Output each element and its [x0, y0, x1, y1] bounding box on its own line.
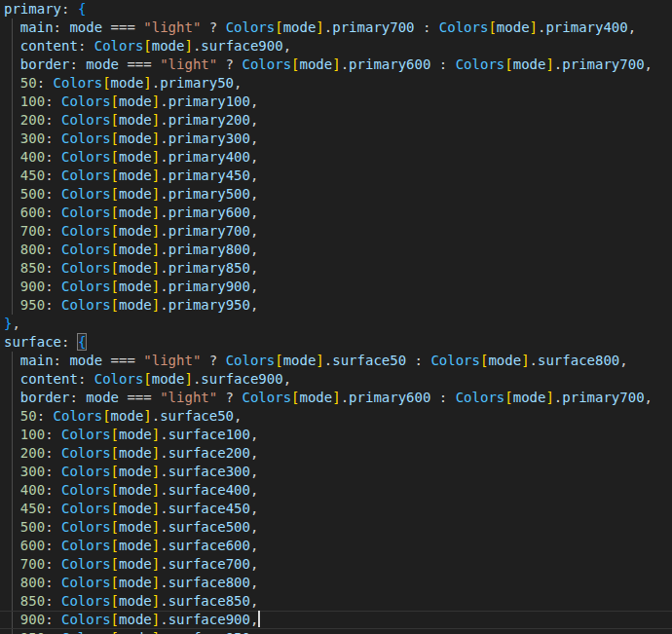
code-token: mode — [119, 149, 152, 165]
code-token: mode — [119, 297, 152, 313]
code-token: [ — [111, 593, 119, 609]
code-token: . — [160, 93, 168, 109]
code-line[interactable]: content: Colors[mode].surface900, — [0, 37, 672, 56]
code-token: primary500 — [168, 186, 250, 202]
code-token: surface700 — [168, 556, 250, 572]
code-line[interactable]: 600: Colors[mode].primary600, — [0, 204, 672, 222]
code-line[interactable]: 600: Colors[mode].surface600, — [0, 537, 672, 555]
code-line[interactable]: 50: Colors[mode].primary50, — [0, 74, 672, 93]
code-token: : — [45, 242, 61, 257]
code-token: . — [160, 630, 168, 634]
code-line[interactable]: 450: Colors[mode].primary450, — [0, 167, 672, 185]
code-token — [4, 501, 20, 516]
code-line[interactable]: 950: Colors[mode].surface950, — [0, 629, 672, 634]
code-token: mode — [111, 408, 144, 424]
code-token: Colors — [54, 75, 103, 91]
code-line[interactable]: border: mode === "light" ? Colors[mode].… — [0, 56, 672, 74]
code-token: ? — [201, 353, 225, 368]
code-token: Colors — [61, 501, 111, 516]
code-token: , — [283, 38, 291, 54]
code-token: : — [45, 112, 61, 128]
code-token: "light" — [160, 390, 217, 405]
code-token: Colors — [61, 427, 111, 442]
code-token: . — [160, 131, 168, 146]
code-line[interactable]: surface: { — [0, 333, 672, 352]
code-token: . — [160, 538, 168, 553]
code-token: Colors — [61, 186, 111, 202]
code-token: primary700 — [168, 223, 250, 239]
code-token: : — [45, 149, 61, 165]
code-line[interactable]: 400: Colors[mode].surface400, — [0, 481, 672, 500]
code-token: 500 — [20, 186, 45, 202]
code-line[interactable]: 850: Colors[mode].primary850, — [0, 259, 672, 278]
code-token: 700 — [20, 223, 45, 239]
code-token: primary400 — [168, 149, 250, 165]
code-token: ] — [152, 260, 160, 276]
code-token — [4, 149, 20, 165]
code-line[interactable]: 700: Colors[mode].primary700, — [0, 222, 672, 241]
code-token: primary700 — [562, 56, 644, 72]
code-token — [4, 445, 20, 461]
code-token: , — [628, 19, 636, 35]
code-line[interactable]: 950: Colors[mode].primary950, — [0, 296, 672, 315]
code-token: ] — [143, 75, 151, 91]
code-line-current[interactable]: 900: Colors[mode].surface900, — [0, 611, 672, 629]
code-line[interactable]: 700: Colors[mode].surface700, — [0, 555, 672, 574]
code-line[interactable]: 200: Colors[mode].surface200, — [0, 444, 672, 463]
code-token: mode — [513, 56, 546, 72]
code-line[interactable]: 100: Colors[mode].primary100, — [0, 93, 672, 111]
code-token: mode — [119, 612, 152, 627]
code-token: 800 — [20, 575, 45, 590]
code-line[interactable]: 50: Colors[mode].surface50, — [0, 407, 672, 426]
code-token: ? — [217, 56, 242, 72]
code-token: 300 — [20, 131, 45, 146]
code-token: mode — [300, 390, 333, 405]
code-line[interactable]: primary: { — [0, 0, 672, 19]
code-token: 200 — [20, 112, 45, 128]
code-line[interactable]: 500: Colors[mode].surface500, — [0, 518, 672, 537]
code-token: surface800 — [168, 575, 250, 590]
code-line[interactable]: 300: Colors[mode].primary300, — [0, 130, 672, 148]
code-token: mode — [119, 186, 152, 202]
code-line[interactable]: 100: Colors[mode].surface100, — [0, 426, 672, 444]
code-token: [ — [111, 279, 119, 294]
code-token: ] — [152, 297, 160, 313]
code-token: ] — [152, 168, 160, 183]
code-line[interactable]: 450: Colors[mode].surface450, — [0, 500, 672, 518]
code-line[interactable]: }, — [0, 315, 672, 333]
code-line[interactable]: content: Colors[mode].surface900, — [0, 370, 672, 389]
code-token: 950 — [20, 630, 45, 634]
code-token: , — [250, 279, 258, 294]
code-line[interactable]: main: mode === "light" ? Colors[mode].su… — [0, 352, 672, 370]
code-token — [4, 168, 20, 183]
code-token: , — [250, 242, 258, 257]
code-line[interactable]: 900: Colors[mode].primary900, — [0, 278, 672, 296]
code-token — [4, 408, 20, 424]
code-token: === — [102, 353, 143, 368]
code-token: ? — [217, 390, 242, 405]
code-line[interactable]: 800: Colors[mode].surface800, — [0, 574, 672, 592]
code-token: mode — [119, 205, 152, 220]
code-line[interactable]: border: mode === "light" ? Colors[mode].… — [0, 389, 672, 407]
code-token: . — [160, 575, 168, 590]
code-token: , — [250, 427, 258, 442]
code-token: === — [119, 56, 160, 72]
code-line[interactable]: 500: Colors[mode].primary500, — [0, 185, 672, 204]
code-line[interactable]: 400: Colors[mode].primary400, — [0, 148, 672, 167]
code-line[interactable]: 200: Colors[mode].primary200, — [0, 111, 672, 130]
code-token — [4, 75, 20, 91]
code-token — [4, 519, 20, 535]
code-line[interactable]: 300: Colors[mode].surface300, — [0, 463, 672, 481]
code-line[interactable]: main: mode === "light" ? Colors[mode].pr… — [0, 19, 672, 37]
code-token: , — [12, 316, 19, 331]
code-token: ] — [152, 149, 160, 165]
code-line[interactable]: 850: Colors[mode].surface850, — [0, 592, 672, 611]
code-line[interactable]: 800: Colors[mode].primary800, — [0, 241, 672, 259]
code-token: : — [45, 482, 61, 498]
code-token: , — [250, 593, 258, 609]
code-token — [4, 205, 20, 220]
code-editor[interactable]: primary: { main: mode === "light" ? Colo… — [0, 0, 672, 634]
code-token: primary700 — [332, 19, 414, 35]
code-token: surface50 — [332, 353, 406, 368]
code-token — [4, 131, 20, 146]
